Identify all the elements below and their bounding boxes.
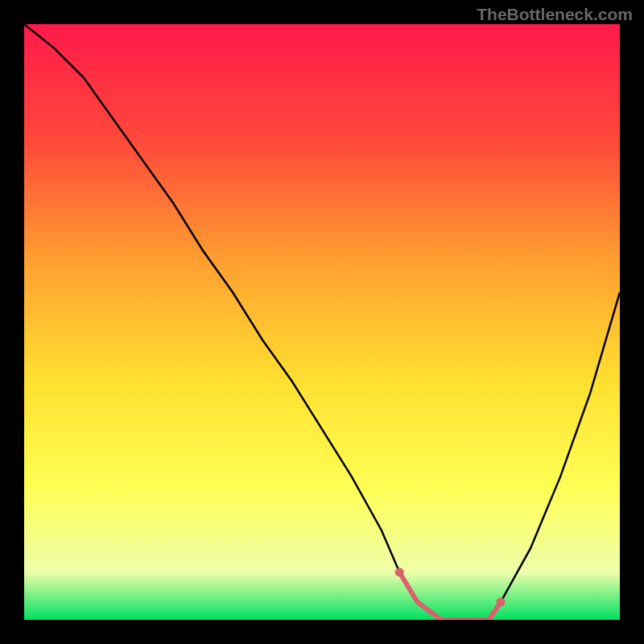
highlight-dot: [395, 568, 404, 576]
highlight-dot: [497, 597, 506, 606]
chart-svg: [24, 24, 620, 620]
watermark-text: TheBottleneck.com: [477, 5, 633, 24]
chart-background: [24, 24, 620, 620]
chart-plot-area: [24, 24, 620, 620]
